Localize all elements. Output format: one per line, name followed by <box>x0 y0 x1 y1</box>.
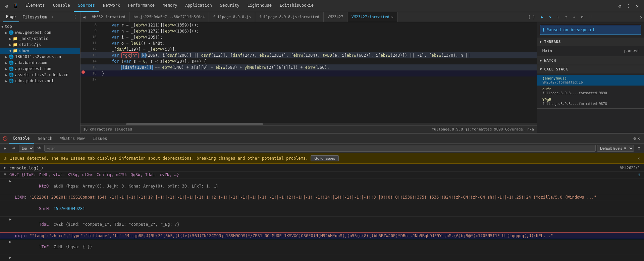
tree-label-api-geetest: api.geetest.com <box>15 66 51 71</box>
tree-item-static-js[interactable]: ▶ 📁 static/js <box>0 42 80 48</box>
console-eye-btn[interactable]: 👁 <box>36 145 43 152</box>
paused-msg: Paused on breakpoint <box>546 28 595 32</box>
step-into-btn[interactable]: ↓ <box>554 13 562 21</box>
code-h-scrollbar[interactable] <box>126 123 263 125</box>
console-run-btn[interactable]: ▶ <box>1 145 9 152</box>
file-tab-vm23427[interactable]: VM23427 <box>324 12 347 22</box>
code-line-14: 14 for (var s = 0; s < a[ebYw(20)]; s++)… <box>80 58 537 64</box>
sidebar-more-icon[interactable]: » <box>51 15 53 19</box>
console-close-btn[interactable]: ✕ <box>637 136 640 141</box>
tab-memory[interactable]: Memory <box>159 0 181 12</box>
file-tab-close-btn[interactable]: ✕ <box>391 15 393 19</box>
deactivate-bp-btn[interactable]: ⊘ <box>579 13 586 21</box>
callstack-file-1: fullpage.8.9.8....formatted:9890 <box>542 91 639 95</box>
console-filter-input[interactable] <box>44 145 596 152</box>
console-stop-btn[interactable]: ⊘ <box>10 145 17 152</box>
tree-item-api-geetest[interactable]: ▶ 🌐 api.geetest.com <box>0 66 80 72</box>
sidebar-tab-page[interactable]: Page <box>3 12 19 22</box>
mobile-icon[interactable]: 📱 <box>11 2 19 10</box>
console-tab-search[interactable]: Search <box>34 134 56 144</box>
resume-btn[interactable]: ▶ <box>538 13 546 21</box>
file-tab-fullpage-formatted[interactable]: fullpage.8.9.8.js:formatted <box>255 12 324 22</box>
console-output[interactable]: ▶ console.log(_) VM42622:1 ▼ GHvI {LToF:… <box>0 164 644 261</box>
console-log-line-mcyu: ▶ mCYU: QqSW {lHuT: GHvI, Mg_o: {…}} <box>0 255 644 261</box>
context-select[interactable]: top <box>19 145 34 152</box>
step-btn[interactable]: → <box>571 13 578 21</box>
step-out-btn[interactable]: ↑ <box>562 13 570 21</box>
callstack-file-0: VM23427:formatted:16 <box>542 81 639 84</box>
right-panel-close-btn[interactable]: ✕ <box>640 14 643 20</box>
expand-ltof[interactable]: ▶ <box>9 240 13 244</box>
console-settings-icon[interactable]: ⚙ <box>633 136 636 141</box>
console-settings-btn[interactable]: ⚙ <box>635 145 643 152</box>
upper-area: Page Filesystem » ⋮ ▼ top ▶ 🌐 www.geetes… <box>0 12 644 133</box>
sidebar-close-btn[interactable]: ⋮ <box>73 14 77 20</box>
watch-header[interactable]: ▶ Watch <box>537 56 644 65</box>
tree-item-cdn[interactable]: ▶ 🌐 cdn.jsdelivr.net <box>0 78 80 84</box>
console-tab-issues[interactable]: Issues <box>89 134 111 144</box>
tree-item-next-static[interactable]: ▶ 📁 _next/static <box>0 36 80 42</box>
close-devtools-icon[interactable]: ✕ <box>633 2 641 10</box>
expand-0[interactable]: ▶ <box>4 166 8 169</box>
callstack-section: ▼ Call Stack (anonymous) VM23427:formatt… <box>537 65 644 109</box>
tab-console[interactable]: Console <box>49 0 74 12</box>
tree-item-baidu[interactable]: ▶ 🌐 ada.baidu.com <box>0 60 80 66</box>
line-content-15: [dsAf(1387)] += ebYw(540) + a[s][0] + eb… <box>99 64 537 70</box>
devtools-icon[interactable]: ⚙ <box>3 2 11 10</box>
issues-banner-close[interactable]: ✕ <box>638 156 640 161</box>
callstack-item-0[interactable]: (anonymous) VM23427:formatted:16 <box>537 75 644 86</box>
pause-exceptions-btn[interactable]: ⏸ <box>587 13 594 21</box>
info-icon: ℹ <box>543 27 544 33</box>
tab-sources[interactable]: Sources <box>74 0 99 12</box>
tab-elements[interactable]: Elements <box>21 0 49 12</box>
tab-security[interactable]: Security <box>216 0 244 12</box>
line-content-16: } <box>99 70 537 76</box>
watch-label: Watch <box>544 58 556 63</box>
log-content-ktzq: KtzQ: aUdO {hqsa: Array(0), Je_M: 0, Kqn… <box>15 179 640 193</box>
tab-application[interactable]: Application <box>181 0 216 12</box>
tab-editthiscookie[interactable]: EditThisCookie <box>276 0 318 12</box>
callstack-item-2[interactable]: YPgB fullpage.8.9.8....formatted:9878 <box>537 96 644 107</box>
tree-item-show[interactable]: ▼ 📁 show <box>0 48 80 54</box>
tab-performance[interactable]: Performance <box>124 0 159 12</box>
watch-arrow: ▶ <box>540 58 542 63</box>
expand-mcyu[interactable]: ▶ <box>9 256 13 259</box>
code-view[interactable]: 8 var r = _[ebYw(1211)][ebYw(1359)](); 9… <box>80 22 537 123</box>
tree-label-static-js: static/js <box>19 42 41 47</box>
globe-icon-geetest: 🌐 <box>9 30 14 35</box>
console-tab-whatsnew[interactable]: What's New <box>56 134 89 144</box>
tree-item-assets[interactable]: ▶ 🌐 assets-cli.s2.udesk.cn <box>0 72 80 78</box>
tab-lighthouse[interactable]: Lighthouse <box>244 0 276 12</box>
callstack-item-1[interactable]: dufr fullpage.8.9.8....formatted:9890 <box>537 86 644 96</box>
file-tab-hm[interactable]: hm.js?25b04a5e7...88e2711fb5f0c4 <box>129 12 209 22</box>
console-tab-console[interactable]: Console <box>9 134 34 144</box>
file-tab-fullpage[interactable]: fullpage.8.9.8.js <box>209 12 255 22</box>
console-levels-select[interactable]: Default levels ▼ <box>597 145 634 152</box>
file-tab-vm23427-formatted[interactable]: VM23427:formatted ✕ <box>347 12 398 22</box>
expand-tdal[interactable]: ▶ <box>9 217 13 221</box>
tab-network[interactable]: Network <box>99 0 124 12</box>
sidebar-tab-filesystem[interactable]: Filesystem <box>19 12 50 22</box>
bp-area-16[interactable] <box>80 70 86 74</box>
file-tab-vm652[interactable]: VM652:formatted <box>88 12 129 22</box>
step-over-btn[interactable]: ↷ <box>546 13 554 21</box>
tree-item-top[interactable]: ▼ top <box>0 23 80 30</box>
expand-ktzq[interactable]: ▶ <box>9 179 13 183</box>
callstack-header[interactable]: ▼ Call Stack <box>537 65 644 73</box>
file-tabs-back[interactable]: ◀ <box>80 15 88 19</box>
globe-icon-cdn: 🌐 <box>9 79 14 83</box>
console-toolbar: ▶ ⊘ top 👁 Default levels ▼ ⚙ <box>0 144 644 153</box>
go-to-issues-btn[interactable]: Go to Issues <box>311 155 339 161</box>
code-scrollbar-area[interactable] <box>80 123 537 125</box>
right-panel: ▶ ↷ ↓ ↑ → ⊘ ⏸ ✕ ℹ Paused on breakpoint <box>537 12 644 133</box>
expand-ghvi[interactable]: ▼ <box>4 172 8 176</box>
tree-item-udesk[interactable]: ▶ 🌐 1864011.s2.udesk.cn <box>0 54 80 60</box>
thread-main-status: paused <box>624 49 639 53</box>
tree-item-geetest[interactable]: ▶ 🌐 www.geetest.com <box>0 30 80 36</box>
format-icon[interactable]: { } <box>528 13 535 21</box>
line-num-8: 8 <box>86 22 99 28</box>
more-icon[interactable]: ⋮ <box>625 2 633 10</box>
console-clear-btn[interactable]: 🚫 <box>1 135 9 142</box>
threads-header[interactable]: ▶ Threads <box>537 38 644 46</box>
settings-icon[interactable]: ⚙ <box>616 2 624 10</box>
